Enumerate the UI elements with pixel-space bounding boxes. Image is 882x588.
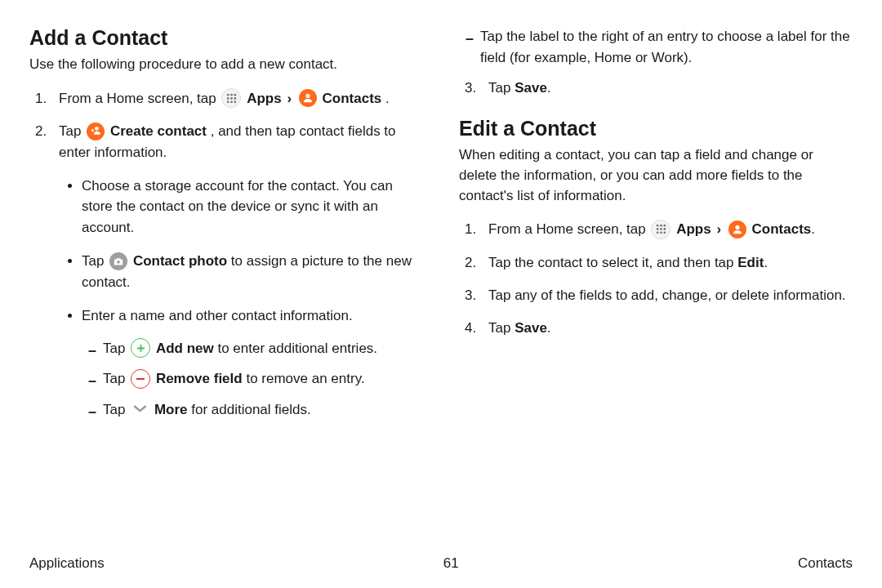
svg-point-17 (663, 232, 666, 234)
add-step-3: Tap Save. (480, 78, 853, 99)
caret-icon: › (716, 219, 721, 240)
add-contact-heading: Add a Contact (29, 26, 423, 50)
text: . (547, 80, 551, 96)
edit-step-2: Tap the contact to select it, and then t… (480, 252, 853, 274)
text: for additional fields. (188, 402, 311, 417)
text: to assign a picture to the new contact. (82, 253, 412, 290)
bullet-storage: Choose a storage account for the contact… (82, 176, 423, 238)
more-chevron-icon (131, 403, 149, 416)
svg-point-13 (660, 228, 662, 230)
page-number: 61 (443, 555, 459, 572)
apps-icon (221, 88, 241, 108)
svg-point-8 (234, 100, 236, 103)
edit-contact-intro: When editing a contact, you can tap a fi… (459, 145, 853, 206)
text: . (547, 320, 551, 336)
text: Tap (82, 253, 108, 269)
text: From a Home screen, tap (59, 91, 220, 106)
apps-label: Apps (676, 221, 711, 237)
edit-step-1: From a Home screen, tap Apps › Contacts. (480, 219, 853, 240)
edit-step-3: Tap any of the fields to add, change, or… (480, 285, 853, 306)
text: Tap (488, 80, 514, 96)
save-label: Save (514, 320, 547, 336)
svg-point-6 (227, 100, 229, 103)
contacts-label: Contacts (323, 91, 382, 106)
page-footer: Applications 61 Contacts (29, 547, 853, 572)
apps-icon (651, 220, 670, 239)
left-column: Add a Contact Use the following procedur… (29, 26, 423, 547)
svg-point-14 (663, 228, 666, 230)
add-new-label: Add new (156, 341, 214, 356)
more-label: More (154, 402, 188, 417)
text: . (764, 255, 768, 270)
text: Tap (59, 123, 85, 139)
svg-point-1 (230, 93, 233, 96)
svg-point-0 (227, 93, 229, 96)
add-contact-intro: Use the following procedure to add a new… (29, 55, 423, 75)
svg-point-11 (663, 225, 666, 227)
remove-field-icon (131, 369, 150, 389)
text: Tap (103, 371, 129, 386)
add-step-2-dashes-cont: Tap the label to the right of an entry t… (459, 26, 853, 68)
svg-point-2 (234, 93, 236, 96)
text: Tap (488, 320, 514, 336)
footer-right: Contacts (798, 555, 853, 572)
create-contact-icon (87, 122, 105, 140)
bullet-name: Enter a name and other contact informati… (82, 305, 423, 420)
edit-contact-steps: From a Home screen, tap Apps › Contacts.… (459, 219, 853, 339)
add-step-2-bullets: Choose a storage account for the contact… (59, 176, 423, 421)
svg-point-4 (230, 97, 233, 100)
text: Enter a name and other contact informati… (82, 308, 353, 323)
text: Tap the contact to select it, and then t… (488, 255, 737, 270)
contacts-icon (728, 220, 746, 238)
text: , and then tap contact fields to enter i… (59, 123, 396, 160)
svg-point-7 (230, 100, 233, 103)
text: to enter additional entries. (214, 341, 377, 356)
dash-remove-field: Tap Remove field to remove an entry. (88, 368, 423, 390)
svg-point-3 (227, 97, 229, 100)
remove-field-label: Remove field (156, 371, 243, 386)
edit-contact-heading: Edit a Contact (459, 117, 853, 140)
edit-label: Edit (737, 255, 764, 270)
add-new-icon (131, 338, 150, 358)
dash-add-new: Tap Add new to enter additional entries. (88, 338, 423, 359)
contacts-label: Contacts (752, 221, 812, 237)
camera-icon (109, 252, 127, 270)
create-contact-label: Create contact (110, 123, 207, 139)
text: From a Home screen, tap (488, 221, 649, 237)
svg-point-16 (660, 232, 662, 234)
dash-more: Tap More for additional fields. (88, 399, 423, 421)
add-step-2: Tap Create contact , and then tap contac… (51, 121, 423, 420)
add-step-1: From a Home screen, tap Apps › Contacts … (51, 88, 423, 109)
bullet-photo: Tap Contact photo to assign a picture to… (82, 251, 423, 292)
edit-step-4: Tap Save. (480, 318, 853, 339)
svg-point-15 (657, 232, 659, 234)
text: . (381, 91, 389, 106)
svg-point-12 (657, 228, 659, 230)
add-contact-steps: From a Home screen, tap Apps › Contacts … (29, 88, 423, 421)
text: to remove an entry. (243, 371, 365, 386)
contacts-icon (299, 89, 317, 107)
caret-icon: › (287, 88, 292, 109)
apps-label: Apps (247, 91, 282, 106)
contact-photo-label: Contact photo (133, 253, 227, 269)
text: Tap (103, 341, 129, 356)
right-column: Tap the label to the right of an entry t… (459, 26, 853, 547)
dash-label: Tap the label to the right of an entry t… (466, 26, 853, 68)
footer-left: Applications (29, 555, 105, 572)
add-step-2-dashes: Tap Add new to enter additional entries.… (82, 338, 423, 421)
text: Tap (103, 402, 129, 417)
text: . (811, 221, 815, 237)
save-label: Save (514, 80, 547, 96)
add-contact-steps-cont: Tap Save. (459, 78, 853, 99)
svg-point-9 (657, 225, 659, 227)
svg-point-5 (234, 97, 236, 100)
svg-point-10 (660, 225, 662, 227)
